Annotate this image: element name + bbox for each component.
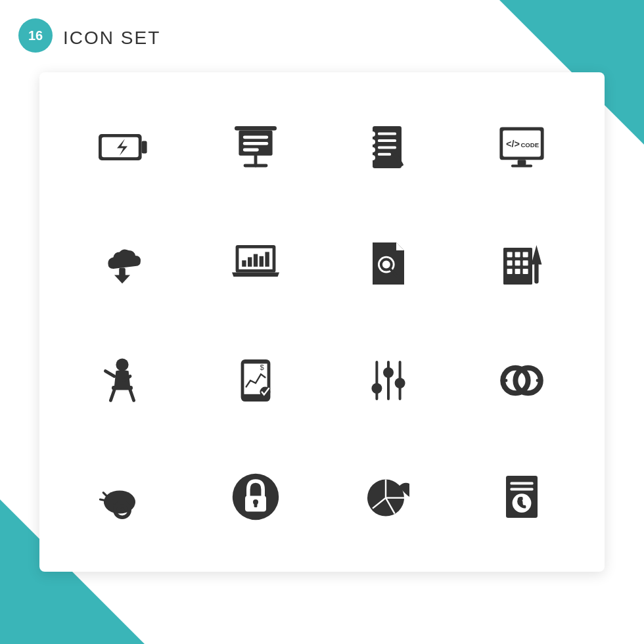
person-sitting-icon bbox=[96, 354, 149, 407]
icon-grid: </> CODE bbox=[39, 72, 605, 572]
svg-line-77 bbox=[103, 493, 107, 497]
svg-point-13 bbox=[370, 139, 375, 145]
code-icon: </> CODE bbox=[495, 121, 548, 173]
battery-icon-cell bbox=[59, 92, 186, 202]
svg-marker-50 bbox=[531, 245, 541, 265]
building-icon-cell bbox=[459, 209, 586, 319]
whistle-icon-cell bbox=[59, 442, 186, 553]
svg-rect-31 bbox=[242, 260, 246, 267]
phone-book-icon bbox=[495, 471, 548, 523]
badge-text: 16 bbox=[28, 28, 43, 43]
notebook-icon-cell bbox=[325, 92, 452, 202]
svg-line-78 bbox=[101, 499, 106, 501]
settings-sliders-icon bbox=[362, 354, 415, 407]
svg-rect-89 bbox=[510, 482, 533, 485]
presentation-icon bbox=[229, 121, 282, 173]
search-document-icon bbox=[362, 237, 415, 290]
svg-rect-24 bbox=[511, 164, 532, 167]
svg-point-66 bbox=[395, 378, 405, 388]
svg-rect-32 bbox=[248, 258, 252, 267]
svg-rect-17 bbox=[378, 139, 396, 142]
svg-rect-44 bbox=[515, 260, 520, 265]
svg-rect-48 bbox=[522, 269, 528, 274]
svg-point-69 bbox=[504, 379, 507, 382]
person-sitting-icon-cell bbox=[59, 325, 186, 436]
mobile-chart-icon: $ bbox=[229, 354, 282, 407]
svg-rect-47 bbox=[515, 269, 520, 274]
whistle-icon bbox=[96, 471, 149, 523]
svg-text:</>: </> bbox=[506, 139, 520, 149]
page-title: ICON SET bbox=[63, 28, 160, 49]
svg-point-76 bbox=[120, 508, 124, 512]
analytics-laptop-icon-cell bbox=[193, 209, 319, 319]
svg-rect-45 bbox=[522, 260, 528, 265]
analytics-laptop-icon bbox=[229, 237, 282, 290]
svg-rect-23 bbox=[517, 160, 526, 165]
svg-rect-6 bbox=[243, 135, 268, 139]
rings-icon-cell bbox=[459, 325, 586, 436]
svg-text:$: $ bbox=[260, 363, 264, 371]
svg-rect-35 bbox=[265, 252, 269, 267]
svg-line-56 bbox=[130, 390, 134, 400]
svg-rect-82 bbox=[254, 503, 257, 507]
svg-point-14 bbox=[370, 147, 375, 152]
svg-rect-33 bbox=[254, 254, 258, 267]
svg-rect-40 bbox=[507, 252, 512, 258]
svg-line-55 bbox=[111, 390, 115, 400]
svg-point-15 bbox=[370, 155, 375, 160]
pie-chart-icon-cell bbox=[325, 442, 452, 553]
badge-number: 16 bbox=[18, 18, 53, 53]
cloud-download-icon-cell bbox=[59, 209, 186, 319]
svg-rect-18 bbox=[378, 146, 396, 149]
svg-marker-28 bbox=[114, 275, 130, 284]
svg-rect-1 bbox=[142, 141, 147, 153]
rings-icon bbox=[495, 354, 548, 407]
svg-rect-41 bbox=[515, 252, 520, 258]
lock-icon bbox=[229, 471, 282, 523]
svg-rect-7 bbox=[243, 142, 268, 145]
svg-rect-8 bbox=[243, 148, 259, 151]
svg-rect-90 bbox=[510, 488, 533, 491]
phone-book-icon-cell bbox=[459, 442, 586, 553]
lock-icon-cell bbox=[193, 442, 319, 553]
presentation-icon-cell bbox=[193, 92, 319, 202]
search-document-icon-cell bbox=[325, 209, 452, 319]
mobile-chart-icon-cell: $ bbox=[193, 325, 319, 436]
svg-line-52 bbox=[106, 371, 115, 376]
svg-rect-46 bbox=[507, 269, 512, 274]
svg-point-71 bbox=[520, 367, 523, 371]
cloud-download-icon bbox=[96, 237, 149, 290]
svg-point-70 bbox=[536, 379, 539, 382]
pie-chart-icon bbox=[362, 471, 415, 523]
svg-point-12 bbox=[370, 131, 375, 137]
svg-rect-19 bbox=[378, 153, 391, 156]
svg-rect-43 bbox=[507, 260, 512, 265]
svg-rect-16 bbox=[378, 132, 396, 135]
svg-rect-42 bbox=[522, 252, 528, 258]
svg-rect-4 bbox=[235, 126, 277, 130]
code-icon-cell: </> CODE bbox=[459, 92, 586, 202]
svg-point-51 bbox=[116, 358, 129, 371]
notebook-icon bbox=[362, 121, 415, 173]
settings-sliders-icon-cell bbox=[325, 325, 452, 436]
svg-point-72 bbox=[520, 390, 523, 394]
svg-rect-49 bbox=[534, 264, 538, 283]
svg-text:CODE: CODE bbox=[520, 141, 539, 149]
svg-point-64 bbox=[372, 383, 382, 394]
battery-icon bbox=[96, 121, 149, 173]
building-icon bbox=[495, 237, 548, 290]
svg-rect-34 bbox=[259, 256, 263, 267]
svg-point-65 bbox=[383, 367, 394, 378]
